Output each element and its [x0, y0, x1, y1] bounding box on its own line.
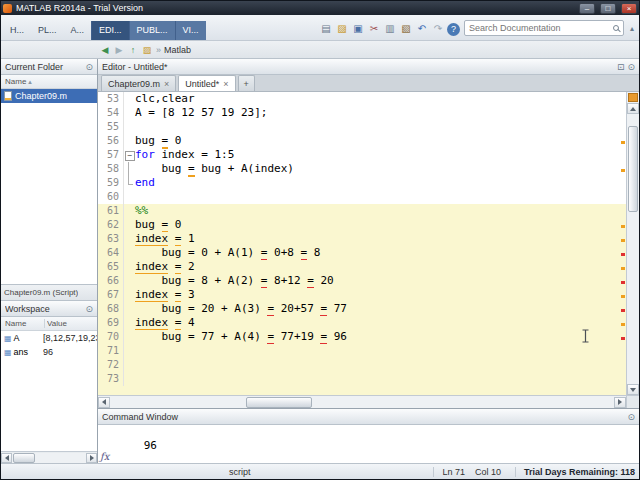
editor-hscroll-thumb[interactable]	[246, 397, 312, 408]
code-line-62[interactable]: 62bug = 0	[98, 218, 626, 232]
forward-icon[interactable]: ▶	[113, 45, 125, 55]
workspace-hscroll-thumb[interactable]	[13, 453, 35, 463]
editor-vscroll-thumb[interactable]	[628, 126, 638, 212]
code-line-70[interactable]: 70 bug = 77 + A(4) = 77+19 = 96	[98, 330, 626, 344]
workspace-row-a[interactable]: ▦A[8,12,57,19,23]	[1, 331, 97, 345]
cut-icon[interactable]: ✂	[367, 22, 381, 36]
ribbon-tab-h[interactable]: H...	[3, 21, 31, 40]
current-folder-menu-icon[interactable]: ⊙	[85, 62, 93, 72]
open-folder-icon[interactable]: ▨	[335, 22, 349, 36]
paste-icon[interactable]: ▧	[399, 22, 413, 36]
current-folder-name-header[interactable]: Name ▴	[1, 75, 97, 89]
maximize-button[interactable]: □	[600, 3, 616, 14]
code-line-61[interactable]: 61%%	[98, 204, 626, 218]
ribbon-tab-edi[interactable]: EDI...	[91, 21, 129, 40]
editor-tab-chapter09m[interactable]: Chapter09.m×	[101, 75, 176, 91]
line-number[interactable]: 69	[98, 316, 124, 330]
line-number[interactable]: 58	[98, 162, 124, 176]
copy-icon[interactable]: ▥	[383, 22, 397, 36]
code-line-59[interactable]: 59end	[98, 176, 626, 190]
editor-hscroll-track[interactable]	[110, 397, 614, 408]
scroll-left-icon[interactable]	[1, 453, 12, 463]
code-line-57[interactable]: 57for index = 1:5	[98, 148, 626, 162]
code-line-56[interactable]: 56bug = 0	[98, 134, 626, 148]
close-button[interactable]: ×	[621, 3, 637, 14]
editor-tab-untitled[interactable]: Untitled*×	[178, 75, 235, 91]
new-tab-button[interactable]: +	[238, 75, 255, 91]
code-line-71[interactable]: 71	[98, 344, 626, 358]
workspace-hscroll-track[interactable]	[12, 453, 86, 463]
code-line-58[interactable]: 58 bug = bug + A(index)	[98, 162, 626, 176]
line-number[interactable]: 54	[98, 106, 124, 120]
code-line-73[interactable]: 73	[98, 372, 626, 386]
search-input[interactable]	[469, 23, 611, 33]
workspace-value-header[interactable]: Value	[47, 319, 93, 328]
ribbon-tab-a[interactable]: A...	[64, 21, 92, 40]
line-number[interactable]: 66	[98, 274, 124, 288]
line-number[interactable]: 73	[98, 372, 124, 386]
breadcrumb-path[interactable]: Matlab	[164, 45, 191, 55]
code-line-64[interactable]: 64 bug = 0 + A(1) = 0+8 = 8	[98, 246, 626, 260]
line-number[interactable]: 57	[98, 148, 124, 162]
ribbon-tab-publ[interactable]: PUBL...	[129, 21, 175, 40]
editor-dock-icon[interactable]: ⊡	[617, 62, 625, 72]
code-line-55[interactable]: 55	[98, 120, 626, 134]
line-number[interactable]: 63	[98, 232, 124, 246]
editor-vscrollbar[interactable]	[626, 92, 639, 395]
line-number[interactable]: 62	[98, 218, 124, 232]
code-line-68[interactable]: 68 bug = 20 + A(3) = 20+57 = 77	[98, 302, 626, 316]
line-number[interactable]: 71	[98, 344, 124, 358]
redo-icon[interactable]: ↷	[431, 22, 445, 36]
workspace-menu-icon[interactable]: ⊙	[85, 304, 93, 314]
code-line-72[interactable]: 72	[98, 358, 626, 372]
save-icon[interactable]: ▣	[351, 22, 365, 36]
code-area[interactable]: 53clc,clear54A = [8 12 57 19 23];5556bug…	[98, 92, 626, 395]
back-icon[interactable]: ◀	[99, 45, 111, 55]
code-line-63[interactable]: 63index = 1	[98, 232, 626, 246]
code-line-54[interactable]: 54A = [8 12 57 19 23];	[98, 106, 626, 120]
line-number[interactable]: 56	[98, 134, 124, 148]
code-line-65[interactable]: 65index = 2	[98, 260, 626, 274]
new-script-icon[interactable]: ▤	[319, 22, 333, 36]
fx-button[interactable]: ƒx	[100, 451, 109, 462]
help-icon[interactable]: ?	[447, 23, 460, 36]
file-row-chapter09[interactable]: Chapter09.m	[1, 89, 97, 103]
code-line-69[interactable]: 69index = 4	[98, 316, 626, 330]
ribbon-tab-pl[interactable]: PL...	[31, 21, 64, 40]
editor-menu-icon[interactable]: ⊙	[627, 62, 635, 72]
line-number[interactable]: 64	[98, 246, 124, 260]
up-folder-icon[interactable]: ↑	[127, 45, 139, 55]
code-line-66[interactable]: 66 bug = 8 + A(2) = 8+12 = 20	[98, 274, 626, 288]
ribbon-tab-vi[interactable]: VI...	[175, 21, 206, 40]
line-number[interactable]: 72	[98, 358, 124, 372]
file-details-bar[interactable]: Chapter09.m (Script)	[1, 284, 97, 301]
line-number[interactable]: 59	[98, 176, 124, 190]
line-number[interactable]: 55	[98, 120, 124, 134]
scroll-down-icon[interactable]	[627, 384, 639, 395]
line-number[interactable]: 53	[98, 92, 124, 106]
fold-marker[interactable]	[124, 148, 135, 162]
workspace-row-ans[interactable]: ▦ans96	[1, 345, 97, 359]
line-number[interactable]: 65	[98, 260, 124, 274]
line-number[interactable]: 68	[98, 302, 124, 316]
editor-vscroll-track[interactable]	[627, 114, 639, 384]
undo-icon[interactable]: ↶	[415, 22, 429, 36]
scroll-right-icon[interactable]	[86, 453, 97, 463]
collapse-ribbon-icon[interactable]: ▴	[630, 24, 634, 33]
search-box[interactable]	[464, 20, 624, 36]
code-line-60[interactable]: 60	[98, 190, 626, 204]
code-line-53[interactable]: 53clc,clear	[98, 92, 626, 106]
code-line-67[interactable]: 67index = 3	[98, 288, 626, 302]
workspace-hscrollbar[interactable]	[1, 451, 97, 463]
hscroll-left-icon[interactable]	[98, 397, 110, 408]
browse-folder-icon[interactable]: ▨	[141, 45, 153, 55]
lint-summary-indicator[interactable]	[628, 93, 638, 102]
minimize-button[interactable]: –	[579, 3, 595, 14]
line-number[interactable]: 67	[98, 288, 124, 302]
command-window-menu-icon[interactable]: ⊙	[627, 412, 635, 422]
close-tab-icon[interactable]: ×	[223, 79, 228, 89]
close-tab-icon[interactable]: ×	[164, 79, 169, 89]
line-number[interactable]: 70	[98, 330, 124, 344]
line-number[interactable]: 61	[98, 204, 124, 218]
editor-hscrollbar[interactable]	[98, 395, 639, 408]
